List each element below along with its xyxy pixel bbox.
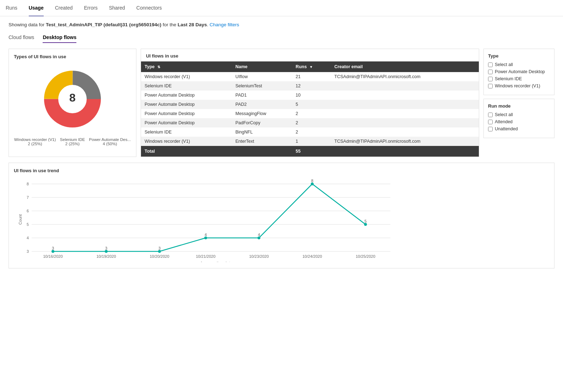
sort-icon-runs: ▼ xyxy=(309,65,313,69)
runmode-filter-checkbox[interactable] xyxy=(488,120,493,124)
donut-legend: Windows recorder (V1) 2 (25%) Selenium I… xyxy=(14,137,131,146)
cell-name: BingNFL xyxy=(232,127,292,137)
type-filter-label: Selenium IDE xyxy=(495,76,522,81)
footer-total: 55 xyxy=(292,146,331,157)
type-filter-item[interactable]: Selenium IDE xyxy=(488,76,550,81)
type-filter-item[interactable]: Power Automate Desktop xyxy=(488,69,550,74)
cell-creator: TCSAdmin@TIPAdminAPI.onmicrosoft.com xyxy=(331,72,479,81)
donut-panel: Types of UI flows in use 8 Windows xyxy=(9,49,136,157)
sub-tab-desktop-flows[interactable]: Desktop flows xyxy=(43,34,76,43)
runmode-filter-item[interactable]: Select all xyxy=(488,112,550,117)
col-name[interactable]: Name xyxy=(232,61,292,72)
table-row: Power Automate Desktop MessagingFlow 2 xyxy=(141,109,479,118)
table-row: Power Automate Desktop PAD2 5 xyxy=(141,100,479,109)
cell-name: PAD2 xyxy=(232,100,292,109)
xtick-1020: 10/20/2020 xyxy=(150,254,169,258)
col-runs[interactable]: Runs ▼ xyxy=(292,61,331,72)
cell-type: Selenium IDE xyxy=(141,81,232,91)
type-filter-checkbox[interactable] xyxy=(488,77,493,81)
donut-svg: 8 xyxy=(30,64,115,135)
tab-runs[interactable]: Runs xyxy=(6,0,17,16)
runmode-filter-item[interactable]: Attended xyxy=(488,119,550,124)
type-filter-label: Select all xyxy=(495,62,513,67)
runmode-filter-label: Attended xyxy=(495,119,513,124)
legend-value-red: 4 (50%) xyxy=(103,142,117,146)
trend-title: UI flows in use trend xyxy=(14,168,549,173)
cell-creator: TCSAdmin@TIPAdminAPI.onmicrosoft.com xyxy=(331,137,479,146)
table-row: Windows recorder (V1) EnterText 1 TCSAdm… xyxy=(141,137,479,146)
subtitle-middle: for the xyxy=(161,22,178,27)
trend-chart-svg: Count 3 4 5 6 7 8 xyxy=(14,177,401,262)
type-filter-checkbox[interactable] xyxy=(488,84,493,88)
legend-item-red: Power Automate Des... 4 (50%) xyxy=(89,137,131,146)
legend-value-gray: 2 (25%) xyxy=(28,142,42,146)
col-type[interactable]: Type ⇅ xyxy=(141,61,232,72)
ytick-8: 8 xyxy=(27,182,29,186)
table-row: Power Automate Desktop PAD1 10 xyxy=(141,91,479,100)
type-filter-checkbox[interactable] xyxy=(488,70,493,74)
cell-type: Selenium IDE xyxy=(141,127,232,137)
data-table: Type ⇅ Name Runs ▼ Creator email xyxy=(141,61,479,157)
table-title: UI flows in use xyxy=(141,49,479,61)
ytick-3: 3 xyxy=(27,249,29,254)
runmode-filter-checkbox[interactable] xyxy=(488,127,493,131)
point-1021 xyxy=(204,236,207,239)
cell-creator xyxy=(331,127,479,137)
runmode-filter-label: Select all xyxy=(495,112,513,117)
table-body: Windows recorder (V1) UIflow 21 TCSAdmin… xyxy=(141,72,479,146)
chart-container: Count 3 4 5 6 7 8 xyxy=(14,177,549,263)
donut-title: Types of UI flows in use xyxy=(14,54,131,59)
tab-shared[interactable]: Shared xyxy=(109,0,125,16)
tab-created[interactable]: Created xyxy=(55,0,73,16)
cell-creator xyxy=(331,100,479,109)
legend-label-gray: Windows recorder (V1) xyxy=(14,137,56,142)
table-row: Windows recorder (V1) UIflow 21 TCSAdmin… xyxy=(141,72,479,81)
table-row: Selenium IDE SeleniumTest 12 xyxy=(141,81,479,91)
legend-label-yellow: Selenium IDE xyxy=(60,137,85,142)
point-1025 xyxy=(364,223,367,226)
tab-errors[interactable]: Errors xyxy=(84,0,98,16)
xtick-1021: 10/21/2020 xyxy=(196,254,215,258)
subtitle-prefix: Showing data for xyxy=(9,22,46,27)
ytick-7: 7 xyxy=(27,195,29,200)
cell-runs: 1 xyxy=(292,137,331,146)
point-1019 xyxy=(105,250,108,253)
runmode-filter-checkbox[interactable] xyxy=(488,113,493,117)
cell-runs: 2 xyxy=(292,109,331,118)
legend-value-yellow: 2 (25%) xyxy=(65,142,80,146)
cell-creator xyxy=(331,91,479,100)
table-panel: UI flows in use Type ⇅ Name Runs ▼ xyxy=(141,49,479,157)
sub-tab-cloud-flows[interactable]: Cloud flows xyxy=(9,34,34,43)
val-label-1021: 4 xyxy=(205,233,207,237)
x-axis-label: Aggregation date xyxy=(200,261,233,262)
type-filter-label: Windows recorder (V1) xyxy=(495,83,540,88)
ytick-5: 5 xyxy=(27,222,29,227)
footer-empty xyxy=(331,146,479,157)
type-filter-box: Type Select allPower Automate DesktopSel… xyxy=(483,49,554,95)
cell-name: UIflow xyxy=(232,72,292,81)
xtick-1024: 10/24/2020 xyxy=(302,254,322,258)
y-axis-label: Count xyxy=(18,214,22,224)
ytick-4: 4 xyxy=(27,236,29,240)
change-filters-link[interactable]: Change filters xyxy=(210,22,239,27)
subtitle-suffix: . xyxy=(207,22,209,27)
col-creator[interactable]: Creator email xyxy=(331,61,479,72)
val-label-1024: 8 xyxy=(311,179,313,183)
type-filter-item[interactable]: Select all xyxy=(488,62,550,67)
point-1020 xyxy=(158,250,161,253)
cell-name: MessagingFlow xyxy=(232,109,292,118)
tab-usage[interactable]: Usage xyxy=(29,0,44,16)
type-filter-checkbox[interactable] xyxy=(488,62,493,67)
runmode-filter-label: Unattended xyxy=(495,126,518,131)
runmode-filter-item[interactable]: Unattended xyxy=(488,126,550,131)
val-label-1025: 5 xyxy=(364,219,367,223)
filters-panel: Type Select allPower Automate DesktopSel… xyxy=(483,49,554,157)
val-label-1016: 3 xyxy=(52,246,54,250)
cell-creator xyxy=(331,81,479,91)
cell-type: Power Automate Desktop xyxy=(141,109,232,118)
tab-connectors[interactable]: Connectors xyxy=(136,0,162,16)
type-filter-item[interactable]: Windows recorder (V1) xyxy=(488,83,550,88)
cell-creator xyxy=(331,109,479,118)
subtitle-bold: Test_test_AdminAPI_TIP (default)31 (org5… xyxy=(46,22,161,27)
nav-tabs: Runs Usage Created Errors Shared Connect… xyxy=(0,0,563,16)
